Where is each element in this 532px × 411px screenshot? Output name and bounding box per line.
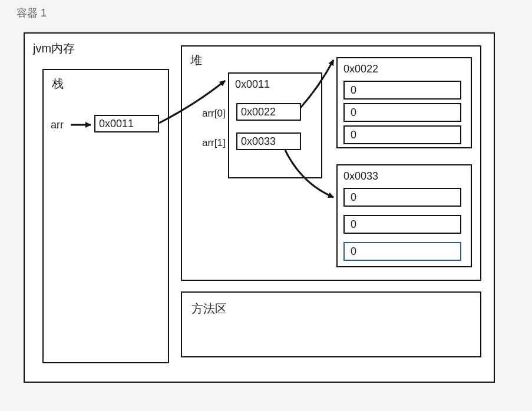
method-area-region: 方法区 xyxy=(181,291,481,357)
obj-0022-value-2: 0 xyxy=(351,129,356,141)
obj-0022-cell-0: 0 xyxy=(343,81,461,100)
obj-0033-address: 0x0033 xyxy=(343,170,378,183)
stack-var-value: 0x0011 xyxy=(99,118,134,130)
obj-0033-value-1: 0 xyxy=(351,218,356,231)
container-label: 容器 1 xyxy=(16,6,47,20)
obj-0022-value-0: 0 xyxy=(351,84,356,97)
obj-0033-value-0: 0 xyxy=(351,191,356,204)
obj-0022-address: 0x0022 xyxy=(343,63,378,75)
arr-index-0-label: arr[0] xyxy=(202,108,226,120)
obj-0022-cell-2: 0 xyxy=(343,125,461,144)
obj-0022-cell-1: 0 xyxy=(343,103,461,122)
arr-index-0-value: 0x0022 xyxy=(241,106,276,118)
stack-region: 栈 arr 0x0011 xyxy=(42,69,169,363)
jvm-title: jvm内存 xyxy=(33,41,75,57)
heap-region: 堆 0x0011 arr[0] arr[1] 0x0022 0x0033 0x0… xyxy=(181,45,481,281)
arr-index-1-cell: 0x0033 xyxy=(236,132,301,150)
obj-0033-cell-0: 0 xyxy=(343,188,461,207)
heap-object-0033: 0x0033 0 0 0 xyxy=(336,164,472,267)
obj-0033-cell-1: 0 xyxy=(343,215,461,234)
obj-0011-address: 0x0011 xyxy=(235,78,270,91)
obj-0033-value-2: 0 xyxy=(351,246,356,258)
heap-object-0011: 0x0011 arr[0] arr[1] 0x0022 0x0033 xyxy=(228,72,322,178)
obj-0033-cell-2: 0 xyxy=(343,242,461,261)
method-area-title: 方法区 xyxy=(191,301,227,317)
arr-index-0-cell: 0x0022 xyxy=(236,103,301,121)
jvm-memory-box: jvm内存 栈 arr 0x0011 堆 0x0011 arr[0] arr[1… xyxy=(24,32,495,383)
stack-title: 栈 xyxy=(52,76,64,92)
obj-0022-value-1: 0 xyxy=(351,107,356,119)
arr-index-1-value: 0x0033 xyxy=(241,135,276,148)
heap-object-0022: 0x0022 0 0 0 xyxy=(336,57,472,148)
arr-index-1-label: arr[1] xyxy=(202,137,226,149)
heap-title: 堆 xyxy=(190,52,202,68)
stack-var-name: arr xyxy=(51,119,64,131)
stack-var-cell: 0x0011 xyxy=(94,115,159,132)
